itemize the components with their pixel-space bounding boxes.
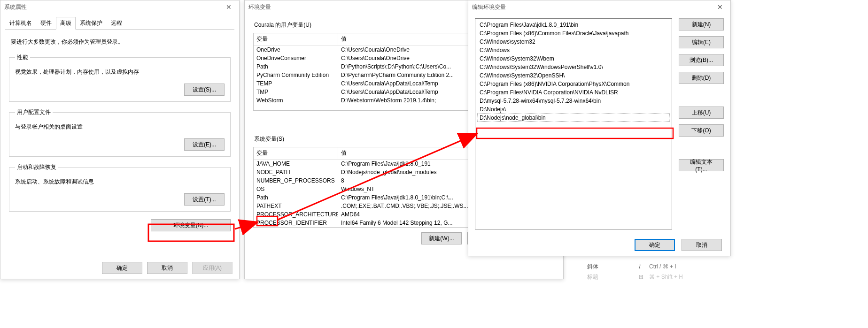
perf-group: 性能 视觉效果，处理器计划，内存使用，以及虚拟内存 设置(S)... xyxy=(9,53,231,102)
path-entry[interactable]: C:\Windows\System32\WindowsPowerShell\v1… xyxy=(477,63,670,71)
startup-settings-button[interactable]: 设置(T)... xyxy=(184,193,225,206)
new-button[interactable]: 新建(N) xyxy=(679,18,724,31)
heading-icon: H xyxy=(639,274,649,281)
perf-desc: 视觉效果，处理器计划，内存使用，以及虚拟内存 xyxy=(15,68,225,76)
dialog-title: 系统属性 xyxy=(4,3,27,11)
title-bar: 编辑环境变量 ✕ xyxy=(468,0,730,14)
col-var[interactable]: 变量 xyxy=(254,33,338,45)
path-entry[interactable]: C:\Windows\system32 xyxy=(477,38,670,46)
move-down-button[interactable]: 下移(O) xyxy=(679,124,724,137)
edit-env-var-dialog: 编辑环境变量 ✕ C:\Program Files\Java\jdk1.8.0_… xyxy=(468,0,731,256)
italic-shortcut: Ctrl / ⌘ + I xyxy=(649,263,676,270)
path-entry[interactable]: C:\Windows\System32\Wbem xyxy=(477,54,670,63)
var-name: TEMP xyxy=(254,79,338,88)
var-name: Path xyxy=(254,62,338,71)
side-buttons: 新建(N) 编辑(E) 浏览(B)... 删除(D) 上移(U) 下移(O) 编… xyxy=(679,18,724,229)
env-vars-button[interactable]: 环境变量(N)... xyxy=(151,219,231,231)
path-list[interactable]: C:\Program Files\Java\jdk1.8.0_191\binC:… xyxy=(475,18,672,229)
startup-group: 启动和故障恢复 系统启动、系统故障和调试信息 设置(T)... xyxy=(9,163,231,212)
apply-button: 应用(A) xyxy=(192,262,232,274)
tab-strip: 计算机名 硬件 高级 系统保护 远程 xyxy=(5,16,234,30)
startup-legend: 启动和故障恢复 xyxy=(15,163,58,171)
var-name: TMP xyxy=(254,88,338,96)
perf-settings-button[interactable]: 设置(S)... xyxy=(184,84,225,96)
path-entry[interactable]: D:\Nodejs\node_global\bin xyxy=(477,114,670,122)
close-icon[interactable]: ✕ xyxy=(711,1,729,13)
tab-body: 要进行大多数更改，你必须作为管理员登录。 性能 视觉效果，处理器计划，内存使用，… xyxy=(0,30,239,239)
sys-new-button[interactable]: 新建(W)... xyxy=(421,232,462,244)
heading-label: 标题 xyxy=(582,273,639,281)
profile-settings-button[interactable]: 设置(E)... xyxy=(184,138,225,151)
move-up-button[interactable]: 上移(U) xyxy=(679,107,724,119)
var-name: OneDriveConsumer xyxy=(254,54,338,62)
profile-legend: 用户配置文件 xyxy=(15,108,53,116)
edit-button[interactable]: 编辑(E) xyxy=(679,36,724,48)
var-name: WebStorm xyxy=(254,96,338,105)
close-icon[interactable]: ✕ xyxy=(219,1,238,13)
tab-system-protection[interactable]: 系统保护 xyxy=(76,17,107,30)
admin-note: 要进行大多数更改，你必须作为管理员登录。 xyxy=(11,38,229,46)
perf-legend: 性能 xyxy=(15,53,30,61)
italic-icon: I xyxy=(639,263,649,270)
tab-remote[interactable]: 远程 xyxy=(107,17,126,30)
system-properties-dialog: 系统属性 ✕ 计算机名 硬件 高级 系统保护 远程 要进行大多数更改，你必须作为… xyxy=(0,0,240,279)
italic-row[interactable]: 斜体 I Ctrl / ⌘ + I xyxy=(582,261,683,272)
var-name: PyCharm Community Edition xyxy=(254,71,338,79)
browse-button[interactable]: 浏览(B)... xyxy=(679,54,724,66)
title-bar: 系统属性 ✕ xyxy=(0,0,239,14)
profile-desc: 与登录帐户相关的桌面设置 xyxy=(15,123,225,131)
heading-shortcut: ⌘ + Shift + H xyxy=(649,274,683,280)
path-entry[interactable]: D:\mysql-5.7.28-winx64\mysql-5.7.28-winx… xyxy=(477,97,670,105)
dialog-footer: 确定 取消 应用(A) xyxy=(102,262,232,274)
cancel-button[interactable]: 取消 xyxy=(682,239,722,251)
path-entry[interactable]: C:\Program Files (x86)\NVIDIA Corporatio… xyxy=(477,80,670,88)
tab-advanced[interactable]: 高级 xyxy=(56,17,76,30)
ok-button[interactable]: 确定 xyxy=(635,239,675,251)
tab-computer-name[interactable]: 计算机名 xyxy=(5,17,36,30)
dialog-title: 环境变量 xyxy=(248,3,271,11)
italic-label: 斜体 xyxy=(582,263,639,271)
var-name: NODE_PATH xyxy=(254,168,338,176)
path-entry[interactable]: C:\Windows\System32\OpenSSH\ xyxy=(477,71,670,80)
col-var[interactable]: 变量 xyxy=(254,147,338,159)
edit-text-button[interactable]: 编辑文本(T)... xyxy=(679,159,724,171)
var-name: NUMBER_OF_PROCESSORS xyxy=(254,176,338,185)
var-name: JAVA_HOME xyxy=(254,160,338,168)
heading-row[interactable]: 标题 H ⌘ + Shift + H xyxy=(582,272,683,282)
var-name: PROCESSOR_IDENTIFIER xyxy=(254,219,338,227)
cancel-button[interactable]: 取消 xyxy=(147,262,187,274)
var-name: OneDrive xyxy=(254,46,338,54)
var-name: OS xyxy=(254,185,338,193)
dialog-body: C:\Program Files\Java\jdk1.8.0_191\binC:… xyxy=(468,14,730,234)
dialog-title: 编辑环境变量 xyxy=(472,3,506,11)
path-entry[interactable]: C:\Program Files\NVIDIA Corporation\NVID… xyxy=(477,88,670,97)
delete-button[interactable]: 删除(D) xyxy=(679,72,724,84)
path-entry[interactable]: C:\Program Files\Java\jdk1.8.0_191\bin xyxy=(477,21,670,29)
var-name: PATHEXT xyxy=(254,202,338,210)
profile-group: 用户配置文件 与登录帐户相关的桌面设置 设置(E)... xyxy=(9,108,231,157)
var-name: PROCESSOR_ARCHITECTURE xyxy=(254,210,338,219)
var-name: Path xyxy=(254,193,338,202)
path-entry[interactable]: C:\Program Files (x86)\Common Files\Orac… xyxy=(477,29,670,38)
path-entry[interactable]: C:\Windows xyxy=(477,46,670,54)
startup-desc: 系统启动、系统故障和调试信息 xyxy=(15,178,225,186)
path-entry[interactable]: D:\Nodejs\ xyxy=(477,105,670,114)
dialog-footer: 确定 取消 xyxy=(635,239,722,251)
toolbar-fragment: 斜体 I Ctrl / ⌘ + I 标题 H ⌘ + Shift + H xyxy=(582,261,683,282)
tab-hardware[interactable]: 硬件 xyxy=(36,17,56,30)
ok-button[interactable]: 确定 xyxy=(102,262,142,274)
